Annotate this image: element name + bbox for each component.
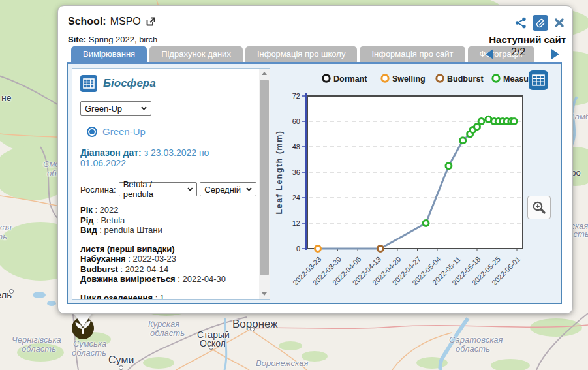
site-value: Spring 2022, birch [89,35,158,44]
data-point-measurable[interactable] [511,119,517,125]
popup-title-row: School: MSPO [68,16,157,27]
tab-site-info[interactable]: Інформація про сайт [360,46,465,62]
chevron-down-icon [187,187,193,191]
map-label-region: Чернігівська [12,335,61,344]
data-point-measurable[interactable] [446,163,452,169]
site-popup: School: MSPO [57,5,573,314]
detail-line: Цикл озеленення : 1 [80,293,256,300]
date-range-label: Діапазон дат: [80,147,142,158]
next-site-label: Наступний сайт [489,34,566,45]
protocol-select-value: Green-Up [85,104,122,114]
data-point-swelling[interactable] [315,246,321,252]
data-table-icon[interactable] [80,75,97,92]
plant-select[interactable]: Betula / pendula [119,182,198,196]
school-name: MSPO [110,16,141,27]
detail-group: Цикл озеленення : 1Тип рослинності : дер… [80,293,256,300]
tab-data-count[interactable]: Підрахунок даних [149,46,243,62]
map-label-region: область [22,345,56,353]
map-label-region: Могилёвская [0,223,12,232]
city-dot [250,327,255,331]
detail-line: Рід : Betula [80,215,256,226]
detail-line: Рік : 2022 [80,205,256,215]
legend-swatch-measurable [493,75,499,82]
detail-group: Рік : 2022Рід : BetulaВид : pendula Штан… [80,205,256,236]
close-icon[interactable] [554,18,565,28]
prev-site-arrow-icon[interactable] [486,49,493,59]
legend-swatch-swelling [382,75,388,82]
detail-heading: листя (перші випадки) [80,244,256,254]
measurement-details: Рік : 2022Рід : BetulaВид : pendula Штан… [80,205,256,300]
detail-line: Довжина вимірюється : 2022-04-30 [80,274,256,285]
data-point-measurable[interactable] [460,138,466,144]
map-label-region: Саратовская [449,335,503,344]
map-label-city: Воронеж [232,318,278,330]
legend-label: Dormant [333,74,367,84]
leaf-length-chart: DormantSwellingBudburstMeasurable0122436… [273,64,561,296]
site-pager: 2/2 [511,46,525,58]
y-tick-label: 60 [292,117,300,125]
aggregate-select-value: Середній [204,185,241,194]
site-label: Site: [68,35,86,44]
chart-table-icon[interactable] [529,70,548,90]
aggregate-select[interactable]: Середній [200,182,256,196]
greenup-radio[interactable] [87,127,97,137]
y-tick-label: 48 [292,143,300,151]
plant-label: Рослина: [80,185,116,194]
data-point-measurable[interactable] [474,124,480,130]
panel-scrollbar[interactable] [259,69,270,299]
open-external-icon[interactable] [145,16,157,27]
tab-school-info[interactable]: Інформація про школу [245,46,358,62]
map-label-city: Суми [108,355,134,365]
map-label-region: область [150,329,185,337]
y-tick-label: 36 [292,168,300,176]
map-label-region: область [456,345,490,353]
y-tick-label: 24 [292,194,300,202]
share-icon[interactable] [515,17,527,29]
data-point-measurable[interactable] [423,221,429,226]
scroll-up-icon[interactable] [259,69,270,78]
city-dot [9,289,14,294]
plant-select-value: Betula / pendula [123,179,182,199]
section-title: Біосфера [103,77,156,90]
data-point-measurable[interactable] [478,119,484,125]
chevron-down-icon [246,187,252,191]
y-axis-label: Leaf Length (mm) [275,131,284,215]
protocol-select[interactable]: Green-Up [80,101,151,116]
greenup-radio-label: Green-Up [102,126,146,137]
city-dot [209,345,213,350]
permalink-paperclip-icon[interactable] [533,15,548,31]
detail-group: листя (перші випадки)Набухання : 2022-03… [80,244,256,285]
zoom-in-icon[interactable] [527,196,551,219]
school-label: School: [68,16,106,27]
y-tick-label: 0 [296,245,300,253]
map-label-region: Курская [148,320,179,328]
chevron-down-icon [141,106,147,110]
date-range: Діапазон дат: з 23.03.2022 по 01.06.2022 [80,147,256,168]
y-tick-label: 12 [292,219,300,227]
site-row: Site: Spring 2022, birch [68,35,157,44]
map-label-region: область [0,232,7,241]
map-label-region: Воронежская [256,359,308,367]
map-label-city: не [1,93,12,102]
map-label-region: область [72,348,106,357]
chart-panel: DormantSwellingBudburstMeasurable0122436… [273,64,561,303]
next-site-arrow-icon[interactable] [551,49,559,59]
detail-line: Вид : pendula Штани [80,225,256,236]
detail-line: Набухання : 2022-03-23 [80,254,256,264]
legend-swatch-budburst [437,75,443,82]
legend-label: Swelling [392,74,426,84]
city-dot [119,365,123,370]
tab-content: Біосфера Green-Up Green-Up Діапазон дат:… [67,62,562,304]
detail-line: Budburst : 2022-04-14 [80,264,256,275]
measurements-panel: Біосфера Green-Up Green-Up Діапазон дат:… [72,68,270,300]
legend-label: Budburst [447,74,484,84]
scroll-down-icon[interactable] [259,289,270,299]
y-tick-label: 72 [292,92,300,100]
data-point-budburst[interactable] [377,246,383,252]
legend-swatch-dormant [323,75,330,82]
tab-bar: Вимірювання Підрахунок даних Інформація … [71,46,534,62]
scrollbar-thumb[interactable] [260,80,269,275]
tab-measurements[interactable]: Вимірювання [71,46,147,62]
